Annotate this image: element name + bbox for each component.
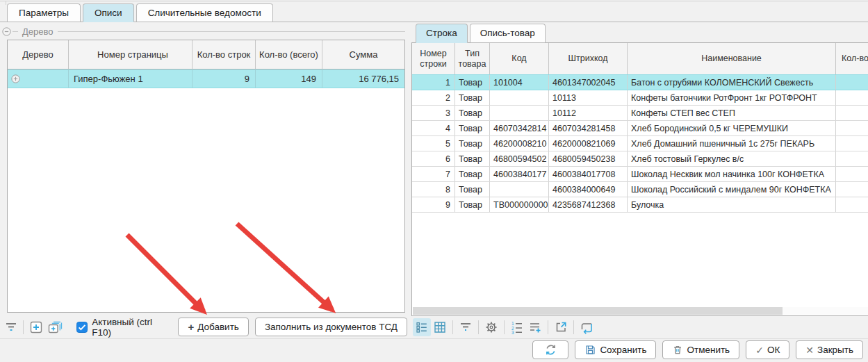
footer-buttons: Сохранить Отменить ✓ ОК ✕ Закрыть xyxy=(532,340,863,359)
close-icon: ✕ xyxy=(805,345,814,355)
active-checkbox-group[interactable]: Активный (ctrl F10) xyxy=(76,317,172,338)
row-code: 46070342814 xyxy=(490,121,549,135)
cancel-button[interactable]: Отменить xyxy=(662,340,739,359)
column-header-kol-vo[interactable]: Кол-во xyxy=(836,43,868,74)
save-icon xyxy=(584,344,596,356)
row-name: Батон с отрубями КОЛОМЕНСКИЙ Свежесть xyxy=(628,75,836,90)
table-row[interactable]: 4 Товар 46070342814 4607034281458 Хлеб Б… xyxy=(412,121,868,136)
row-name: Хлеб тостовый Геркулес в/с xyxy=(628,151,836,166)
svg-text:3: 3 xyxy=(511,330,514,334)
top-tick xyxy=(6,1,6,5)
horizontal-scrollbar[interactable] xyxy=(413,307,868,315)
add-row-icon[interactable] xyxy=(27,318,44,336)
checkbox-checked-icon[interactable] xyxy=(76,322,88,333)
tab-slichitelnye-vedomosti[interactable]: Сличительные ведомости xyxy=(136,3,273,22)
row-type: Товар xyxy=(455,75,490,90)
row-code xyxy=(490,182,549,197)
right-tabbar: Строка Опись-товар xyxy=(416,24,546,43)
row-qty xyxy=(836,151,868,166)
row-type: Товар xyxy=(455,151,490,166)
table-row[interactable]: 5 Товар 46200008210 4620000821069 Хлеб Д… xyxy=(412,136,868,151)
row-barcode: 4600384017708 xyxy=(549,167,628,181)
active-checkbox-label: Активный (ctrl F10) xyxy=(92,317,172,338)
rows-count-cell: 9 xyxy=(193,70,256,88)
numbered-list-icon[interactable]: 123 xyxy=(508,318,526,336)
row-qty xyxy=(836,106,868,120)
expand-icon[interactable] xyxy=(11,74,20,83)
row-code: ТВ000000000 xyxy=(490,197,549,212)
row-type: Товар xyxy=(455,197,490,212)
tab-opis-tovar[interactable]: Опись-товар xyxy=(470,24,546,43)
row-num: 8 xyxy=(412,182,455,197)
right-toolbar: 123 xyxy=(413,316,596,338)
row-type: Товар xyxy=(455,121,490,135)
collapse-icon[interactable] xyxy=(2,27,11,36)
column-header-summa[interactable]: Сумма xyxy=(322,40,404,69)
table-row[interactable]: 2 Товар 10113 Конфеты батончики РотФронт… xyxy=(412,90,868,106)
close-button[interactable]: ✕ Закрыть xyxy=(796,340,863,359)
list-view-icon[interactable] xyxy=(413,318,431,336)
column-header-derevo[interactable]: Дерево xyxy=(8,40,69,69)
refresh-button[interactable] xyxy=(532,340,568,359)
ok-button[interactable]: ✓ ОК xyxy=(746,340,789,359)
row-name: Хлеб Домашний пшеничный 1с 275г ПЕКАРЬ xyxy=(628,136,836,151)
table-row[interactable]: 7 Товар 46003840177 4600384017708 Шокола… xyxy=(412,167,868,182)
table-row[interactable]: 8 Товар 4600384000649 Шоколад Российский… xyxy=(412,182,868,197)
row-name: Булочка xyxy=(628,197,836,212)
open-external-icon[interactable] xyxy=(552,318,570,336)
row-num: 6 xyxy=(412,151,455,166)
column-header-naimenovanie[interactable]: Наименование xyxy=(628,43,836,74)
row-barcode: 4235687412368 xyxy=(549,197,628,212)
tree-table-row[interactable]: Гипер-Фьюжен 1 9 149 16 776,15 xyxy=(8,69,404,88)
toolbar-separator xyxy=(478,320,479,334)
column-header-kod[interactable]: Код xyxy=(490,43,549,74)
table-row[interactable]: 6 Товар 46800594502 4680059450238 Хлеб т… xyxy=(412,151,868,167)
tab-parametry[interactable]: Параметры xyxy=(7,3,81,22)
column-header-tip-tovara[interactable]: Тип товара xyxy=(455,43,490,74)
row-code xyxy=(490,106,549,120)
reload-loop-icon[interactable] xyxy=(578,318,596,336)
scrollbar-thumb[interactable] xyxy=(413,307,783,315)
row-qty xyxy=(836,90,868,105)
fill-from-tsd-button[interactable]: Заполнить из документов ТСД xyxy=(255,318,407,336)
row-num: 5 xyxy=(412,136,455,151)
refresh-icon xyxy=(544,343,557,356)
row-qty xyxy=(836,121,868,135)
row-num: 1 xyxy=(412,75,455,90)
row-num: 3 xyxy=(412,106,455,120)
table-row[interactable]: 1 Товар 101004 4601347002045 Батон с отр… xyxy=(412,74,868,90)
row-name: Шоколад Несквик мол начинка 100г КОНФЕТК… xyxy=(628,167,836,181)
add-multiple-icon[interactable] xyxy=(45,318,65,336)
left-toolbar: Активный (ctrl F10) + Добавить Заполнить… xyxy=(2,316,407,338)
toolbar-separator xyxy=(548,320,548,334)
add-lines-icon[interactable] xyxy=(526,318,544,336)
row-name: Конфеты батончики РотФронт 1кг РОТФРОНТ xyxy=(628,90,836,105)
table-row[interactable]: 3 Товар 10112 Конфеты СТЕП вес СТЕП xyxy=(412,106,868,121)
tree-group-header: Дерево xyxy=(2,26,405,37)
tab-opisi[interactable]: Описи xyxy=(83,3,134,22)
column-header-kol-vo-vsego[interactable]: Кол-во (всего) xyxy=(256,40,322,69)
group-line xyxy=(13,31,18,32)
add-button[interactable]: + Добавить xyxy=(178,318,248,336)
tree-table: Дерево Номер страницы Кол-во строк Кол-в… xyxy=(7,40,405,313)
row-qty xyxy=(836,75,868,90)
tab-stroka[interactable]: Строка xyxy=(416,24,468,43)
row-name: Шоколад Российский с миндалем 90г КОНФЕТ… xyxy=(628,182,836,197)
main-tabbar: Параметры Описи Сличительные ведомости xyxy=(7,3,273,22)
filter-icon[interactable] xyxy=(457,318,475,336)
save-button[interactable]: Сохранить xyxy=(575,340,656,359)
gear-icon[interactable] xyxy=(482,318,500,336)
filter-icon[interactable] xyxy=(2,318,19,336)
row-code: 46200008210 xyxy=(490,136,549,151)
column-header-nomer-stranitsy[interactable]: Номер страницы xyxy=(69,40,193,69)
row-barcode: 4680059450238 xyxy=(549,151,628,166)
column-header-nomer-stroki[interactable]: Номер строки xyxy=(412,43,455,74)
items-table: Номер строки Тип товара Код Штрихкод Наи… xyxy=(411,42,868,316)
row-type: Товар xyxy=(455,167,490,181)
row-num: 9 xyxy=(412,197,455,212)
trash-icon xyxy=(672,344,683,356)
table-row[interactable]: 9 Товар ТВ000000000 4235687412368 Булочк… xyxy=(412,197,868,213)
column-header-kol-vo-strok[interactable]: Кол-во строк xyxy=(193,40,256,69)
grid-view-icon[interactable] xyxy=(431,318,449,336)
column-header-shtrihkod[interactable]: Штрихкод xyxy=(549,43,628,74)
